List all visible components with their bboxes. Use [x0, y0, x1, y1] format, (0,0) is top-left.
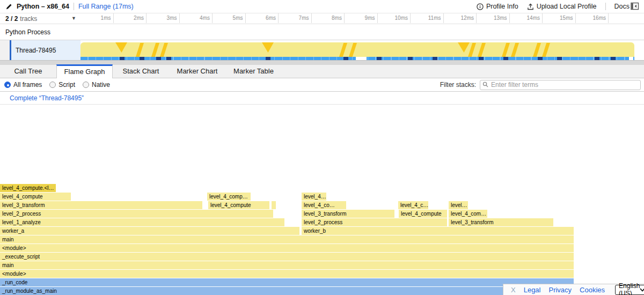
tracks-dropdown[interactable]: 2 / 2 tracks ▼ [0, 13, 80, 24]
thread-track-row[interactable]: Thread-78495 [0, 40, 644, 60]
flame-frame[interactable]: level_4_comp… [207, 193, 251, 201]
tab-marker-table[interactable]: Marker Table [225, 65, 282, 78]
flame-frame[interactable]: _run_code [0, 278, 574, 286]
footer-link-cookies[interactable]: Cookies [580, 286, 605, 294]
flame-frame[interactable] [272, 201, 276, 209]
footer-link-legal[interactable]: Legal [524, 286, 541, 294]
flame-frame[interactable]: <module> [0, 270, 574, 278]
tracks-count: 2 / 2 [5, 15, 18, 23]
ruler-tick: 2ms [114, 13, 147, 23]
footer-links: LegalPrivacyCookies [524, 286, 605, 294]
filter-group: Filter stacks: [440, 80, 644, 90]
gc-marker-icon [262, 42, 274, 53]
flame-frame[interactable]: level_1_analyze [0, 218, 284, 226]
flame-frame[interactable]: worker_a [0, 227, 299, 235]
radio-native[interactable]: Native [83, 81, 110, 88]
radio-dot-script[interactable] [49, 82, 56, 88]
upload-profile-button[interactable]: Upload Local Profile [527, 3, 597, 10]
chevron-down-icon: ▼ [71, 16, 76, 21]
tab-stack-chart[interactable]: Stack Chart [113, 65, 169, 78]
flame-frame[interactable]: level_4_compute.<l… [0, 184, 56, 192]
flame-frame[interactable]: level_4_compute [399, 210, 447, 218]
profile-info-label: Profile Info [486, 3, 518, 10]
sidebar-toggle-button[interactable] [631, 2, 639, 10]
breadcrumb-complete-thread[interactable]: Complete “Thread-78495” [10, 94, 84, 102]
ruler-tick: 4ms [180, 13, 213, 23]
tab-marker-chart[interactable]: Marker Chart [169, 65, 225, 78]
ruler-tick: 15ms [543, 13, 576, 23]
marker-slash-icon [160, 43, 168, 57]
flame-frame[interactable]: level_4_co… [302, 201, 346, 209]
edit-pencil-icon[interactable] [5, 3, 12, 10]
process-track-header[interactable]: Python Process [0, 24, 644, 40]
marker-slash-icon [533, 43, 541, 57]
thread-track-sidebar: Thread-78495 [0, 40, 80, 60]
flame-frame[interactable]: level_4_com… [449, 210, 487, 218]
flame-frame[interactable]: level_4… [302, 193, 326, 201]
profile-info-button[interactable]: Profile Info [477, 3, 518, 10]
ruler-tick: 11ms [411, 13, 444, 23]
flame-frame[interactable]: level_3_transform [449, 218, 553, 226]
upload-label: Upload Local Profile [537, 3, 597, 10]
flame-frame[interactable]: level_2_process [302, 218, 447, 226]
flame-toolbar: All framesScriptNative Filter stacks: [0, 78, 644, 92]
ruler-tick: 9ms [345, 13, 378, 23]
thread-track-canvas[interactable] [80, 40, 634, 60]
ruler-tick: 1ms [80, 13, 114, 23]
ruler-tick: 13ms [477, 13, 510, 23]
flame-frame[interactable]: main [0, 235, 574, 244]
flame-frame[interactable]: _execute_script [0, 253, 574, 261]
search-wrap [480, 80, 641, 90]
flame-frame[interactable]: level_3_transform [0, 201, 202, 209]
radio-all-frames[interactable]: All frames [4, 81, 42, 88]
header-divider [74, 3, 74, 10]
flame-frame[interactable]: worker_b [302, 227, 574, 235]
flame-frame[interactable]: level… [449, 201, 468, 209]
flame-frame[interactable]: level_4_compute [208, 201, 269, 209]
tab-flame-graph[interactable]: Flame Graph [56, 64, 113, 78]
tab-call-tree[interactable]: Call Tree [0, 65, 56, 78]
flame-graph-canvas[interactable]: level_4_compute.<l…level_4_computelevel_… [0, 105, 644, 295]
radio-script[interactable]: Script [49, 81, 75, 88]
app-header: Python – x86_64 Full Range (17ms) Profil… [0, 0, 644, 13]
profiler-app: Python – x86_64 Full Range (17ms) Profil… [0, 0, 644, 295]
radio-dot-all-frames[interactable] [4, 82, 11, 88]
flame-frame[interactable]: level_2_process [0, 210, 273, 218]
cpu-activity-graph[interactable] [80, 42, 634, 57]
footer-link-privacy[interactable]: Privacy [548, 286, 572, 294]
flame-frame[interactable]: level_3_transform [302, 210, 394, 218]
gc-marker-icon [458, 42, 470, 53]
filter-stacks-input[interactable] [480, 80, 641, 90]
cookie-footer: X LegalPrivacyCookies English (US) [503, 284, 644, 295]
timeline-ruler-row: 2 / 2 tracks ▼ 1ms2ms3ms4ms5ms6ms7ms8ms9… [0, 13, 644, 24]
thread-track-label: Thread-78495 [16, 47, 56, 54]
radio-label-script: Script [58, 81, 75, 88]
full-range-link[interactable]: Full Range (17ms) [78, 3, 134, 10]
ruler-tick: 8ms [312, 13, 345, 23]
flame-frame[interactable]: level_4_c… [398, 201, 428, 209]
frame-filter-radios: All framesScriptNative [4, 81, 110, 88]
marker-slash-icon [542, 43, 550, 57]
marker-slash-icon [349, 43, 357, 57]
flame-frame[interactable]: level_4_compute [0, 193, 71, 201]
profile-title: Python – x86_64 [17, 3, 69, 10]
radio-label-native: Native [92, 81, 110, 88]
header-actions: Profile Info Upload Local Profile Docs [477, 3, 639, 10]
tracks-word: tracks [20, 15, 37, 23]
marker-slash-icon [478, 43, 486, 57]
time-ruler[interactable]: 1ms2ms3ms4ms5ms6ms7ms8ms9ms10ms11ms12ms1… [80, 13, 634, 24]
flame-frame[interactable]: main [0, 261, 574, 269]
marker-slash-icon [151, 43, 159, 57]
flame-frame[interactable]: _run_module_as_main [0, 287, 574, 295]
ruler-tick: 7ms [279, 13, 312, 23]
flame-frame[interactable]: <module> [0, 244, 574, 252]
thread-track-label-area[interactable]: Thread-78495 [11, 40, 80, 60]
ruler-tick: 12ms [444, 13, 477, 23]
marker-slash-icon [339, 43, 347, 57]
marker-slash-icon [511, 43, 519, 57]
footer-close-button[interactable]: X [511, 286, 516, 294]
radio-dot-native[interactable] [83, 82, 89, 88]
language-select[interactable]: English (US) [615, 285, 644, 295]
language-select-value: English (US) [619, 282, 640, 295]
ruler-tick: 14ms [510, 13, 543, 23]
